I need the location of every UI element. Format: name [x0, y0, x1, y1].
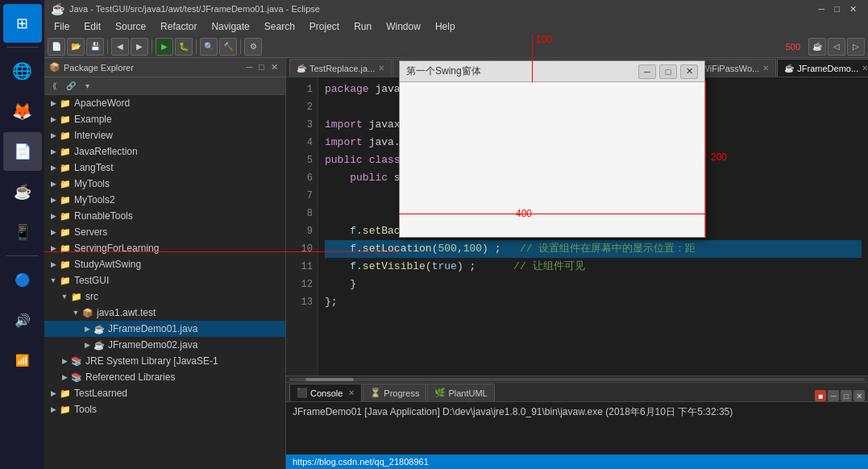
tree-item-referenced-libraries[interactable]: ▶ 📚 Referenced Libraries: [44, 369, 285, 385]
close-button[interactable]: ✕: [845, 4, 862, 15]
menu-source[interactable]: Source: [109, 19, 152, 34]
taskbar-firefox[interactable]: 🦊: [3, 92, 42, 131]
menu-refactor[interactable]: Refactor: [154, 19, 203, 34]
toolbar-run[interactable]: ▶: [156, 38, 173, 56]
toolbar-nav-fwd[interactable]: ▷: [847, 38, 865, 56]
taskbar-acrobat[interactable]: 📄: [3, 132, 42, 171]
tree-item-apacheword[interactable]: ▶ 📁 ApacheWord: [44, 95, 285, 111]
folder-icon: 📁: [59, 97, 72, 110]
panel-maximize-btn[interactable]: □: [841, 390, 852, 401]
tree-item-runabletools[interactable]: ▶ 📁 RunableTools: [44, 208, 285, 224]
tree-arrow: ▶: [59, 373, 70, 381]
toolbar-search[interactable]: 🔍: [200, 38, 218, 56]
menu-search[interactable]: Search: [258, 19, 301, 34]
folder-icon: 📁: [59, 145, 72, 158]
menu-project[interactable]: Project: [303, 19, 346, 34]
taskbar-browser[interactable]: 🌐: [3, 52, 42, 90]
tree-label: MyTools2: [74, 194, 115, 205]
taskbar-volume[interactable]: 🔊: [3, 301, 42, 339]
console-content: JFrameDemo01 [Java Application] D:\dev\j…: [286, 402, 868, 454]
collapse-all-btn[interactable]: ⟪: [48, 79, 62, 93]
menu-navigate[interactable]: Navigate: [205, 19, 255, 34]
tree-item-testlearned[interactable]: ▶ 📁 TestLearned: [44, 385, 285, 401]
measure-label-200: 200: [711, 151, 727, 163]
tree-item-mytools2[interactable]: ▶ 📁 MyTools2: [44, 192, 285, 208]
swing-minimize-btn[interactable]: ─: [638, 64, 656, 79]
tab-plantuml[interactable]: 🌿 PlantUML: [427, 384, 494, 401]
tree-item-package[interactable]: ▼ 📦 java1.awt.test: [44, 305, 285, 321]
stop-button[interactable]: ■: [815, 390, 826, 401]
tab-close-btn[interactable]: ✕: [862, 64, 868, 73]
panel-close-btn[interactable]: ✕: [853, 390, 865, 401]
folder-icon: 📁: [59, 274, 72, 287]
menu-run[interactable]: Run: [347, 19, 378, 34]
panel-close-btn[interactable]: ✕: [268, 61, 280, 73]
tree-item-jre[interactable]: ▶ 📚 JRE System Library [JavaSE-1: [44, 353, 285, 369]
tree-item-example[interactable]: ▶ 📁 Example: [44, 111, 285, 127]
windows-start-button[interactable]: ⊞: [3, 4, 42, 43]
tree-arrow: ▶: [48, 405, 59, 413]
tree-item-jframedemo02[interactable]: ▶ ☕ JFrameDemo02.java: [44, 337, 285, 353]
panel-header-title: 📦 Package Explorer: [49, 62, 134, 73]
panel-maximize-btn[interactable]: □: [256, 61, 267, 73]
tab-console[interactable]: ⬛ Console ✕: [289, 384, 362, 401]
tree-item-testgui[interactable]: ▼ 📁 TestGUI: [44, 272, 285, 288]
panel-minimize-btn[interactable]: ─: [244, 61, 255, 73]
toolbar-forward[interactable]: ▶: [131, 38, 148, 56]
menu-edit[interactable]: Edit: [77, 19, 107, 34]
tree-item-langtest[interactable]: ▶ 📁 LangTest: [44, 160, 285, 176]
toolbar-back[interactable]: ◀: [111, 38, 129, 56]
panel-header: 📦 Package Explorer ─ □ ✕: [44, 58, 285, 77]
tree-item-jframedemo01[interactable]: ▶ ☕ JFrameDemo01.java: [44, 321, 285, 337]
tree-label: LangTest: [74, 162, 114, 173]
tree-item-javareflection[interactable]: ▶ 📁 JavaReflection: [44, 143, 285, 160]
swing-window[interactable]: 第一个Swing窗体 ─ □ ✕: [399, 60, 705, 238]
toolbar-separator-2: [152, 39, 152, 54]
taskbar-android[interactable]: 📱: [3, 213, 42, 251]
taskbar-bluetooth[interactable]: 🔵: [3, 260, 42, 299]
line-numbers: 1 2 3 4 5 6 7 8 9 10 11 12 13: [286, 77, 318, 376]
scroll-thumb[interactable]: [305, 378, 354, 381]
tree-item-tools[interactable]: ▶ 📁 Tools: [44, 401, 285, 417]
toolbar-java-perspective[interactable]: ☕: [808, 38, 826, 56]
tab-progress[interactable]: ⏳ Progress: [363, 384, 426, 401]
bottom-tab-bar: ⬛ Console ✕ ⏳ Progress 🌿 PlantUML ■: [286, 383, 868, 402]
tree-item-mytools[interactable]: ▶ 📁 MyTools: [44, 176, 285, 192]
tree-arrow: ▶: [48, 196, 59, 204]
toolbar-nav-back[interactable]: ◁: [828, 38, 845, 56]
tree-item-interview[interactable]: ▶ 📁 Interview: [44, 127, 285, 143]
panel-menu-btn[interactable]: ▾: [80, 79, 94, 93]
tree-item-servingforlearning[interactable]: ▶ 📁 ServingForLearning: [44, 240, 285, 256]
tab-close-btn[interactable]: ✕: [348, 388, 355, 397]
tab-close-btn[interactable]: ✕: [762, 64, 769, 73]
link-with-editor-btn[interactable]: 🔗: [64, 79, 78, 93]
toolbar-perspectives[interactable]: ⚙: [244, 38, 262, 56]
swing-close-btn[interactable]: ✕: [680, 64, 698, 79]
toolbar-debug[interactable]: 🐛: [175, 38, 193, 56]
toolbar-build[interactable]: 🔨: [219, 38, 237, 56]
taskbar-java[interactable]: ☕: [3, 172, 42, 211]
menu-window[interactable]: Window: [380, 19, 427, 34]
console-icon: ⬛: [297, 388, 308, 398]
progress-icon: ⏳: [370, 388, 381, 398]
menu-file[interactable]: File: [48, 19, 76, 34]
toolbar-save[interactable]: 💾: [86, 38, 104, 56]
code-line-10: f.setLocation(500,100) ; // 设置组件在屏幕中的显示位…: [325, 240, 862, 258]
panel-minimize-btn[interactable]: ─: [828, 390, 839, 401]
minimize-button[interactable]: ─: [814, 4, 830, 14]
maximize-button[interactable]: □: [829, 4, 845, 14]
tree-item-src[interactable]: ▼ 📁 src: [44, 288, 285, 305]
tree-item-studyawtswing[interactable]: ▶ 📁 StudyAwtSwing: [44, 256, 285, 272]
tab-close-btn[interactable]: ✕: [378, 64, 384, 73]
toolbar-new[interactable]: 📄: [48, 38, 65, 56]
tree-label: src: [85, 291, 98, 302]
swing-maximize-btn[interactable]: □: [659, 64, 677, 79]
tree-item-servers[interactable]: ▶ 📁 Servers: [44, 224, 285, 240]
tree-label: RunableTools: [74, 210, 133, 222]
toolbar-open[interactable]: 📂: [67, 38, 85, 56]
menu-help[interactable]: Help: [429, 19, 462, 34]
tab-jframedemo[interactable]: ☕ JFrameDemo... ✕: [777, 59, 868, 77]
taskbar-network[interactable]: 📶: [3, 341, 42, 380]
editor-scrollbar[interactable]: [286, 376, 868, 382]
tab-testreplace[interactable]: ☕ TestReplace.ja... ✕: [289, 59, 392, 77]
